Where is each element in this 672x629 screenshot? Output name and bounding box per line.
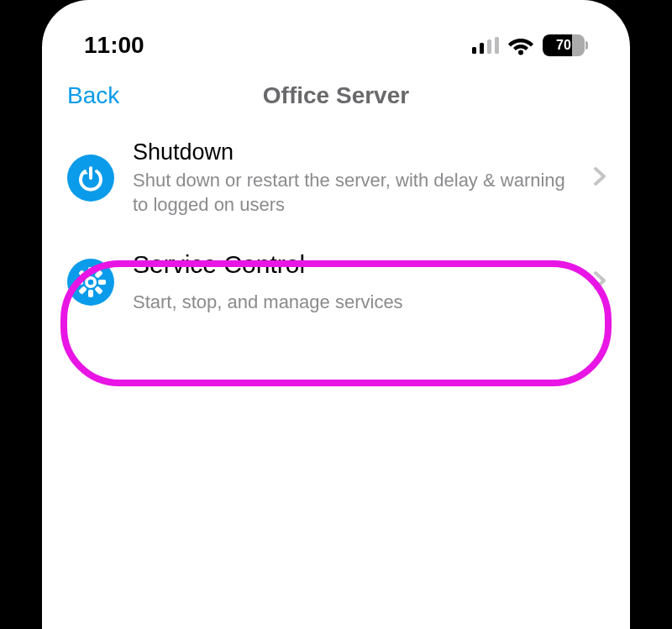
page-title: Office Server: [42, 82, 630, 109]
list-item-subtitle: Shut down or restart the server, with de…: [133, 169, 575, 217]
svg-point-6: [88, 280, 93, 285]
phone-screen: 11:00 70: [42, 0, 630, 629]
svg-rect-12: [78, 286, 87, 296]
battery-percent: 70: [543, 34, 585, 56]
status-bar: 11:00 70: [42, 25, 630, 76]
gear-icon: [67, 259, 114, 306]
list-item-service-control[interactable]: Service Control Start, stop, and manage …: [42, 230, 630, 335]
svg-rect-7: [88, 267, 93, 275]
power-restart-icon: [67, 155, 114, 202]
svg-rect-11: [94, 270, 103, 280]
menu-list: Shutdown Shut down or restart the server…: [42, 126, 630, 335]
wifi-icon: [507, 35, 534, 55]
status-time: 11:00: [84, 32, 144, 59]
svg-rect-2: [487, 39, 491, 54]
svg-rect-9: [76, 280, 83, 285]
list-item-shutdown[interactable]: Shutdown Shut down or restart the server…: [42, 126, 630, 230]
cellular-signal-icon: [472, 37, 499, 54]
svg-point-4: [518, 50, 523, 55]
svg-rect-13: [78, 270, 87, 280]
list-item-title: Service Control: [133, 250, 575, 279]
svg-rect-14: [94, 286, 103, 296]
chevron-right-icon: [593, 166, 606, 190]
back-button[interactable]: Back: [67, 82, 119, 109]
svg-rect-10: [98, 280, 106, 285]
battery-icon: 70: [543, 34, 588, 56]
status-icons: 70: [472, 34, 588, 56]
svg-rect-1: [480, 43, 484, 54]
list-item-content: Service Control Start, stop, and manage …: [133, 250, 575, 315]
svg-rect-8: [88, 290, 93, 297]
list-item-subtitle: Start, stop, and manage services: [133, 291, 575, 315]
list-item-title: Shutdown: [133, 139, 575, 165]
chevron-right-icon: [593, 270, 606, 294]
list-item-content: Shutdown Shut down or restart the server…: [133, 139, 575, 217]
svg-rect-0: [472, 47, 476, 54]
svg-rect-3: [495, 37, 499, 54]
navigation-bar: Back Office Server: [42, 76, 630, 126]
